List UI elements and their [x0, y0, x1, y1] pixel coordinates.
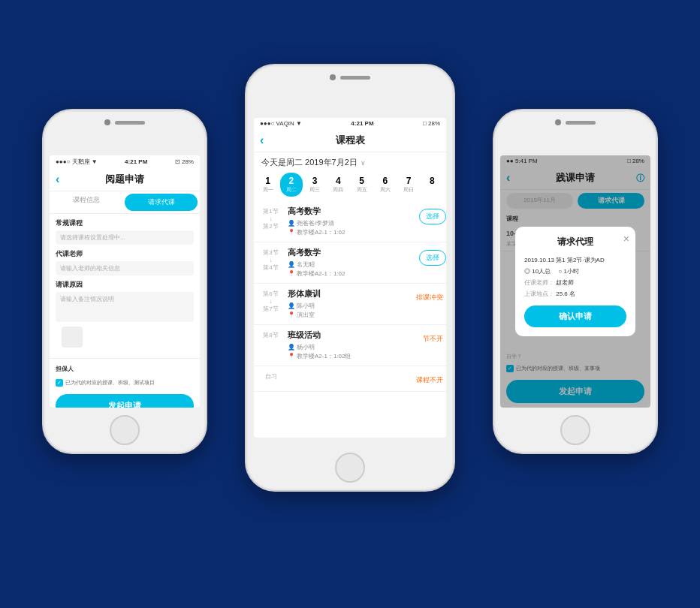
class-teacher-0: 👤 尧爸爸/李梦清 — [288, 219, 413, 227]
status-tag-3: 节不开 — [420, 333, 446, 345]
right-phone: ●● 5:41 PM □ 28% ‹ 践课申请 ⓘ 2019年11月 请求代课 … — [493, 109, 658, 454]
center-date-nav: 今天是周二 2019年7月2日 ∨ — [254, 152, 446, 173]
right-modal-teacher: 任课老师： 赵老师 — [524, 278, 626, 287]
left-form: 常规课程 请选择课程设置处理中... 代课老师 请输入老师的相关信息 请课原因 … — [50, 214, 200, 355]
day-5-num: 5 — [352, 176, 371, 186]
left-divider — [50, 358, 200, 359]
class-teacher-3: 👤 杨小明 — [288, 343, 414, 351]
left-status-right: ⊡ 28% — [175, 158, 194, 165]
class-period-1: 第3节 ↓ 第4节 — [254, 247, 288, 278]
class-period-3: 第8节 — [254, 330, 288, 361]
status-tag-4: 课程不开 — [413, 374, 446, 387]
left-submit-button[interactable]: 发起申请 — [56, 394, 194, 408]
class-room-0: 📍 教学楼A2-1：1:02 — [288, 228, 413, 236]
center-status-right: □ 28% — [423, 120, 440, 127]
day-3-label: 周三 — [306, 186, 324, 194]
right-modal-close[interactable]: × — [623, 233, 629, 245]
center-date-arrow[interactable]: ∨ — [361, 159, 366, 167]
day-1-label: 周一 — [258, 186, 277, 194]
day-4-label: 周四 — [329, 186, 348, 194]
right-modal-box: × 请求代理 2019.10.13 第1 第2节·课为AD ◎ 10人总 ○ 1… — [515, 227, 635, 337]
left-status-left: ●●●○ 天鹅座 ▼ — [56, 158, 98, 166]
center-speaker — [340, 76, 370, 80]
class-teacher-2: 👤 陈小明 — [288, 302, 407, 310]
right-modal-teacher-val: 赵老师 — [556, 279, 574, 286]
right-speaker — [566, 121, 596, 125]
status-tag-2: 排课冲突 — [413, 291, 446, 304]
left-field-label-2: 请课原因 — [56, 280, 194, 290]
left-field-textarea-2[interactable]: 请输入备注情况说明 — [56, 292, 194, 322]
class-name-1: 高考数学 — [288, 247, 413, 258]
right-home-button[interactable] — [560, 415, 590, 445]
class-period-2: 第6节 ↓ 第7节 — [254, 288, 288, 320]
day-2[interactable]: 2 周二 — [280, 173, 302, 197]
class-row-0: 第1节 ↓ 第2节 高考数学 👤 尧爸爸/李梦清 📍 教学楼A2-1：1:02 … — [254, 201, 446, 242]
choose-btn-0[interactable]: 选择 — [419, 209, 446, 224]
left-phone-top-bar — [104, 119, 145, 125]
class-period-0: 第1节 ↓ 第2节 — [254, 206, 288, 237]
right-modal-students: ◎ 10人总 ○ 1小时 — [524, 267, 626, 275]
class-room-1: 📍 教学楼A2-1：1:02 — [288, 269, 413, 278]
day-5-label: 周五 — [352, 186, 371, 194]
center-phone: ●●●○ VAQIN ▼ 4:21 PM □ 28% ‹ 课程表 今天是周二 2… — [245, 64, 455, 492]
left-tab-bar: 课程信息 请求代课 — [50, 191, 200, 214]
class-info-3: 班级活动 👤 杨小明 📍 教学楼A2-1：1:02组 — [288, 330, 420, 361]
right-modal-date: 2019.10.13 第1 第2节·课为AD — [524, 256, 626, 264]
day-8[interactable]: 8 — [421, 173, 443, 197]
right-modal-overlay: × 请求代理 2019.10.13 第1 第2节·课为AD ◎ 10人总 ○ 1… — [500, 155, 650, 408]
day-7-num: 7 — [400, 176, 418, 186]
left-back-button[interactable]: ‹ — [56, 173, 59, 186]
class-period-4: 自习 — [254, 371, 288, 387]
class-name-2: 形体康训 — [288, 288, 407, 299]
left-home-button[interactable] — [110, 415, 140, 445]
right-confirm-button[interactable]: 确认申请 — [524, 306, 626, 327]
class-info-1: 高考数学 👤 名无昭 📍 教学楼A2-1：1:02 — [288, 247, 419, 278]
center-status-time: 4:21 PM — [351, 120, 373, 127]
center-class-list: 第1节 ↓ 第2节 高考数学 👤 尧爸爸/李梦清 📍 教学楼A2-1：1:02 … — [254, 201, 446, 392]
left-checkbox-row: ✓ 已为代的对应的授课、班级、测试项目 — [50, 376, 200, 390]
class-info-2: 形体康训 👤 陈小明 📍 演出室 — [288, 288, 413, 320]
day-7[interactable]: 7 周日 — [398, 173, 420, 197]
tab-proxy-request[interactable]: 请求代课 — [125, 194, 198, 211]
left-phone: ●●●○ 天鹅座 ▼ 4:21 PM ⊡ 28% ‹ 阅题申请 课程信息 请求代… — [42, 109, 207, 454]
center-date-label: 今天是周二 2019年7月2日 — [261, 157, 358, 168]
day-4[interactable]: 4 周四 — [327, 173, 349, 197]
left-checkbox[interactable]: ✓ — [56, 379, 63, 387]
center-camera — [330, 74, 336, 80]
day-4-num: 4 — [329, 176, 348, 186]
day-1[interactable]: 1 周一 — [257, 173, 279, 197]
day-3[interactable]: 3 周三 — [304, 173, 326, 197]
left-field-value-0[interactable]: 请选择课程设置处理中... — [56, 230, 194, 245]
center-home-button[interactable] — [335, 453, 365, 483]
day-6-label: 周六 — [376, 186, 394, 194]
center-status-left: ●●●○ VAQIN ▼ — [260, 120, 302, 127]
class-room-3: 📍 教学楼A2-1：1:02组 — [288, 352, 414, 360]
class-info-0: 高考数学 👤 尧爸爸/李梦清 📍 教学楼A2-1：1:02 — [288, 206, 419, 237]
left-header-title: 阅题申请 — [105, 173, 144, 186]
day-6[interactable]: 6 周六 — [374, 173, 396, 197]
left-field-label-1: 代课老师 — [56, 249, 194, 259]
class-name-3: 班级活动 — [288, 330, 414, 341]
loc-icon-3: 📍 — [288, 353, 295, 360]
phones-container: ●●●○ 天鹅座 ▼ 4:21 PM ⊡ 28% ‹ 阅题申请 课程信息 请求代… — [20, 19, 680, 589]
class-row-4: 自习 课程不开 — [254, 366, 446, 392]
right-modal-location-label: 上课地点： — [524, 290, 554, 297]
right-modal-teacher-label: 任课老师： — [524, 279, 554, 286]
class-info-4 — [288, 371, 413, 387]
loc-icon-1: 📍 — [288, 270, 295, 277]
left-field-value-1[interactable]: 请输入老师的相关信息 — [56, 261, 194, 275]
person-icon-3: 👤 — [288, 344, 295, 351]
choose-btn-1[interactable]: 选择 — [419, 250, 446, 266]
left-checkbox-text: 已为代的对应的授课、班级、测试项目 — [65, 379, 155, 387]
day-7-label: 周日 — [400, 186, 418, 194]
left-status-bar: ●●●○ 天鹅座 ▼ 4:21 PM ⊡ 28% — [50, 155, 200, 168]
person-icon-1: 👤 — [288, 261, 295, 268]
day-8-num: 8 — [423, 176, 442, 186]
person-icon-0: 👤 — [288, 220, 295, 227]
class-row-1: 第3节 ↓ 第4节 高考数学 👤 名无昭 📍 教学楼A2-1：1:02 选择 — [254, 242, 446, 284]
day-5[interactable]: 5 周五 — [351, 173, 373, 197]
center-back-button[interactable]: ‹ — [260, 134, 264, 147]
tab-course-info[interactable]: 课程信息 — [50, 191, 122, 213]
center-status-bar: ●●●○ VAQIN ▼ 4:21 PM □ 28% — [254, 118, 446, 129]
left-app-header: ‹ 阅题申请 — [50, 168, 200, 191]
